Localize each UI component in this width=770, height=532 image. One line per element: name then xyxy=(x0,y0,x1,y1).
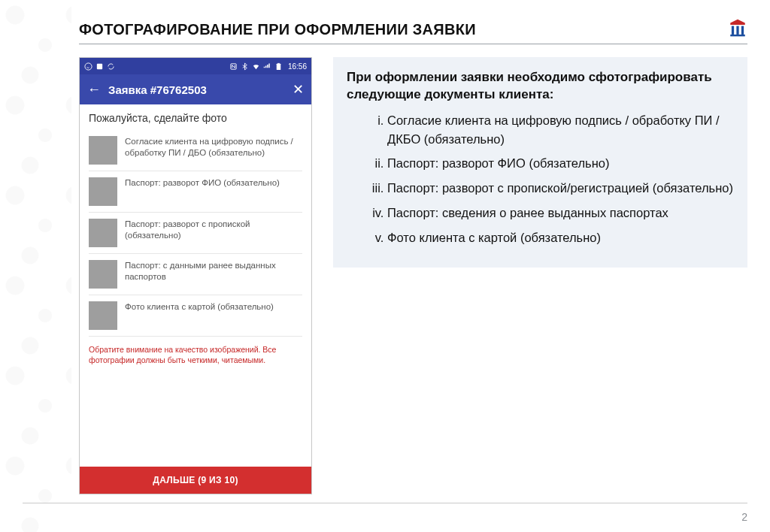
svg-rect-2 xyxy=(741,26,744,35)
photo-item-label: Фото клиента с картой (обязательно) xyxy=(125,301,274,313)
info-list: Согласие клиента на цифровую подпись / о… xyxy=(347,111,734,247)
svg-rect-0 xyxy=(732,26,734,35)
appbar-title: Заявка #76762503 xyxy=(108,83,285,96)
next-button[interactable]: ДАЛЬШЕ (9 ИЗ 10) xyxy=(80,467,311,494)
status-time: 16:56 xyxy=(288,62,307,71)
nfc-icon xyxy=(229,62,238,71)
battery-icon xyxy=(274,62,283,71)
phone-statusbar: 16:56 xyxy=(80,58,311,74)
close-icon[interactable]: ✕ xyxy=(293,83,304,96)
photo-thumbnail-placeholder-icon xyxy=(89,260,117,289)
brand-logo-icon xyxy=(728,18,747,41)
decorative-pattern xyxy=(0,0,71,532)
photo-thumbnail-placeholder-icon xyxy=(89,301,117,330)
svg-rect-1 xyxy=(736,26,738,35)
info-list-item: Фото клиента с картой (обязательно) xyxy=(387,228,734,247)
page-title: ФОТОГРАФИРОВАНИЕ ПРИ ОФОРМЛЕНИИ ЗАЯВКИ xyxy=(79,21,476,38)
divider xyxy=(79,44,747,44)
svg-rect-5 xyxy=(97,63,102,68)
app-notification-icon xyxy=(95,62,104,71)
photo-item[interactable]: Паспорт: с данными ранее выданных паспор… xyxy=(89,254,302,295)
back-arrow-icon[interactable]: ← xyxy=(87,83,101,96)
svg-point-4 xyxy=(85,62,92,69)
sync-icon xyxy=(107,62,115,71)
photo-item[interactable]: Паспорт: разворот с пропиской (обязатель… xyxy=(89,213,302,254)
info-list-item: Паспорт: разворот с пропиской/регистраци… xyxy=(387,179,734,198)
photo-item-label: Паспорт: разворот с пропиской (обязатель… xyxy=(125,219,302,241)
svg-rect-7 xyxy=(277,63,281,69)
photo-thumbnail-placeholder-icon xyxy=(89,177,117,206)
bluetooth-icon xyxy=(241,62,249,71)
photo-item[interactable]: Паспорт: разворот ФИО (обязательно) xyxy=(89,171,302,213)
signal-icon xyxy=(263,62,271,71)
photo-item-label: Паспорт: с данными ранее выданных паспор… xyxy=(125,260,302,283)
wifi-icon xyxy=(252,62,260,71)
page-number: 2 xyxy=(741,511,747,523)
info-list-item: Паспорт: сведения о ранее выданных паспо… xyxy=(387,204,734,222)
photo-quality-warning: Обратите внимание на качество изображени… xyxy=(89,344,302,365)
info-panel: При оформлении заявки необходимо сфотогр… xyxy=(333,57,747,268)
photo-thumbnail-placeholder-icon xyxy=(89,136,117,165)
svg-rect-8 xyxy=(277,62,280,63)
photo-item[interactable]: Согласие клиента на цифровую подпись / о… xyxy=(89,130,302,171)
phone-appbar: ← Заявка #76762503 ✕ xyxy=(80,74,311,104)
info-list-item: Согласие клиента на цифровую подпись / о… xyxy=(387,111,734,149)
info-lead: При оформлении заявки необходимо сфотогр… xyxy=(347,69,734,104)
photo-item-label: Согласие клиента на цифровую подпись / о… xyxy=(125,136,302,159)
photo-item[interactable]: Фото клиента с картой (обязательно) xyxy=(89,295,302,337)
info-list-item: Паспорт: разворот ФИО (обязательно) xyxy=(387,154,734,173)
photo-thumbnail-placeholder-icon xyxy=(89,219,117,247)
next-button-label: ДАЛЬШЕ (9 ИЗ 10) xyxy=(153,475,238,485)
svg-rect-3 xyxy=(730,35,745,36)
whatsapp-icon xyxy=(84,62,92,71)
photo-item-label: Паспорт: разворот ФИО (обязательно) xyxy=(125,177,280,189)
divider xyxy=(23,503,747,503)
photo-prompt: Пожалуйста, сделайте фото xyxy=(89,112,302,124)
phone-mockup: 16:56 ← Заявка #76762503 ✕ Пожалуйста, с… xyxy=(79,57,312,494)
